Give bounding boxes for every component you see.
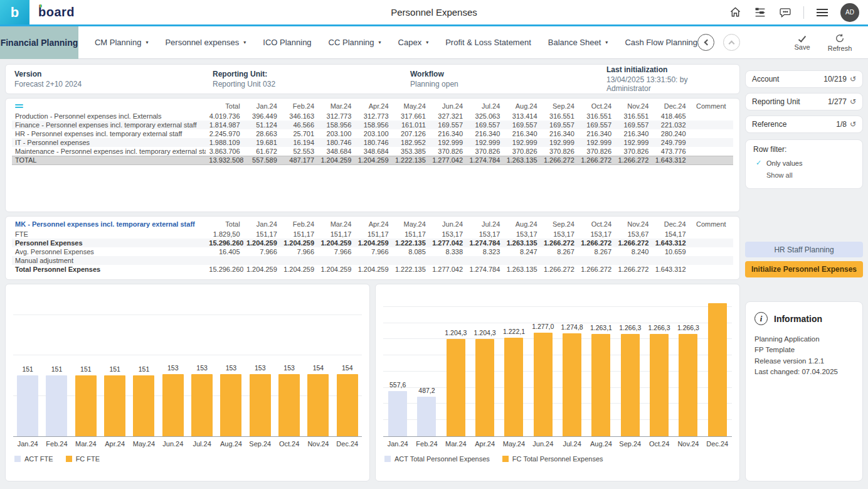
data-cell[interactable]: 280.240 [652,129,689,138]
reset-icon[interactable]: ↺ [850,98,856,105]
data-cell[interactable]: 203.100 [354,129,391,138]
initialize-personnel-expenses-button[interactable]: Initialize Personnel Expenses [745,261,863,277]
data-cell[interactable]: 312.773 [317,112,354,121]
comment-cell[interactable] [689,138,733,147]
data-cell[interactable]: 216.340 [466,129,503,138]
nav-item-cash-flow-planning[interactable]: Cash Flow Planning [625,38,697,47]
data-cell[interactable]: 192.999 [578,138,615,147]
data-cell[interactable]: 61.672 [243,147,280,156]
nav-item-capex[interactable]: Capex▾ [398,38,429,47]
data-cell[interactable]: 1.266.272 [615,239,652,247]
data-cell[interactable]: 153,17 [578,230,615,239]
data-cell[interactable]: 221.032 [652,121,689,129]
data-cell[interactable]: 3.863.706 [206,147,243,156]
data-cell[interactable]: 8.323 [466,247,503,256]
data-cell[interactable] [429,256,466,265]
avatar[interactable]: AD [840,3,859,22]
data-cell[interactable]: 2.245.970 [206,129,243,138]
data-cell[interactable]: 1.204.259 [280,265,317,274]
data-cell[interactable]: 192.999 [466,138,503,147]
data-cell[interactable] [652,256,689,265]
tab-financial-planning[interactable]: Financial Planning [0,26,78,59]
data-cell[interactable]: 169.557 [541,121,578,129]
data-cell[interactable]: 313.414 [503,112,540,121]
data-cell[interactable]: 353.385 [392,147,429,156]
save-button[interactable]: Save [788,35,817,51]
data-cell[interactable]: 4.019.736 [206,112,243,121]
comment-cell[interactable] [689,256,733,265]
data-cell[interactable]: 8.240 [615,247,652,256]
data-cell[interactable]: 192.999 [541,138,578,147]
hr-staff-planning-button[interactable]: HR Staff Planning [745,242,863,257]
data-cell[interactable]: 327.321 [429,112,466,121]
comment-cell[interactable] [689,239,733,247]
data-cell[interactable]: 216.340 [615,129,652,138]
data-cell[interactable]: 16.405 [206,247,243,256]
data-cell[interactable]: 216.340 [503,129,540,138]
data-cell[interactable]: 25.701 [280,129,317,138]
data-cell[interactable]: 1.204.259 [354,265,391,274]
refresh-button[interactable]: Refresh [825,33,854,52]
data-cell[interactable]: 153,17 [429,230,466,239]
data-cell[interactable]: 1.274.784 [466,239,503,247]
data-cell[interactable]: 8.267 [578,247,615,256]
data-cell[interactable]: 1.222.135 [392,239,429,247]
data-cell[interactable]: 153,17 [541,230,578,239]
data-cell[interactable]: 52.553 [280,147,317,156]
data-cell[interactable]: 182.952 [392,138,429,147]
data-cell[interactable]: 216.340 [429,129,466,138]
data-cell[interactable]: 1.263.135 [503,239,540,247]
data-cell[interactable]: 473.776 [652,147,689,156]
nav-item-personnel-expenses[interactable]: Personnel expenses▾ [165,38,246,47]
nav-item-profit-loss-statement[interactable]: Profit & Loss Statement [445,38,531,47]
data-cell[interactable]: 370.826 [503,147,540,156]
chat-icon[interactable] [778,6,792,19]
data-cell[interactable]: 169.557 [429,121,466,129]
data-cell[interactable]: 207.126 [392,129,429,138]
selector-account[interactable]: Account 10/219↺ [745,70,863,88]
data-cell[interactable]: 8.247 [503,247,540,256]
data-cell[interactable]: 10.659 [652,247,689,256]
data-cell[interactable]: 151,17 [317,230,354,239]
comment-cell[interactable] [689,121,733,129]
data-cell[interactable] [392,256,429,265]
data-cell[interactable]: 151,17 [280,230,317,239]
data-cell[interactable] [206,256,243,265]
data-cell[interactable]: 370.826 [466,147,503,156]
data-cell[interactable]: 316.551 [578,112,615,121]
data-cell[interactable]: 325.063 [466,112,503,121]
data-cell[interactable]: 1.266.272 [541,239,578,247]
data-cell[interactable]: 28.663 [243,129,280,138]
data-cell[interactable]: 19.681 [243,138,280,147]
data-cell[interactable]: 158.956 [354,121,391,129]
reset-icon[interactable]: ↺ [850,121,856,128]
data-cell[interactable]: 396.449 [243,112,280,121]
data-cell[interactable]: 7.966 [354,247,391,256]
data-cell[interactable]: 317.661 [392,112,429,121]
reset-icon[interactable]: ↺ [850,75,856,83]
data-cell[interactable]: 8.085 [392,247,429,256]
data-cell[interactable]: 151,17 [243,230,280,239]
data-cell[interactable]: 151,17 [392,230,429,239]
data-cell[interactable]: 15.296.260 [206,239,243,247]
data-cell[interactable]: 192.999 [615,138,652,147]
data-cell[interactable]: 370.826 [541,147,578,156]
data-cell[interactable]: 153,67 [615,230,652,239]
data-cell[interactable]: 1.643.312 [652,265,689,274]
data-cell[interactable]: 312.773 [354,112,391,121]
data-cell[interactable]: 316.551 [541,112,578,121]
data-cell[interactable] [466,256,503,265]
data-cell[interactable]: 1.274.784 [466,265,503,274]
data-cell[interactable]: 1.222.135 [392,265,429,274]
data-cell[interactable]: 216.340 [578,129,615,138]
data-cell[interactable]: 216.340 [541,129,578,138]
table-menu-icon[interactable] [15,104,203,108]
data-cell[interactable]: 1.266.272 [578,265,615,274]
data-cell[interactable]: 169.557 [615,121,652,129]
data-cell[interactable]: 1.204.259 [354,239,391,247]
data-cell[interactable]: 1.204.259 [243,265,280,274]
data-cell[interactable]: 1.204.259 [317,239,354,247]
data-cell[interactable]: 192.999 [503,138,540,147]
data-cell[interactable]: 370.826 [429,147,466,156]
data-cell[interactable]: 1.266.272 [578,239,615,247]
